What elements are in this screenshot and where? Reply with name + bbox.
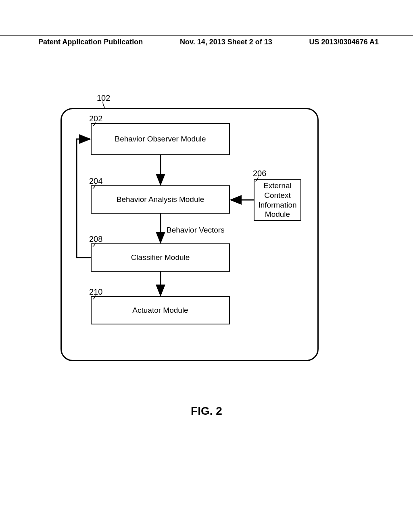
leader-210 [93,295,95,299]
arrows-layer [0,0,413,532]
figure-caption: FIG. 2 [0,405,413,418]
leader-204 [93,185,95,189]
diagram: 102 202 204 206 208 210 Behavior Observe… [0,0,413,532]
leader-202 [93,122,95,126]
leader-206 [255,177,258,181]
leader-208 [93,243,95,247]
leader-102 [103,102,105,108]
arrow-classifier-to-observer [77,139,91,258]
